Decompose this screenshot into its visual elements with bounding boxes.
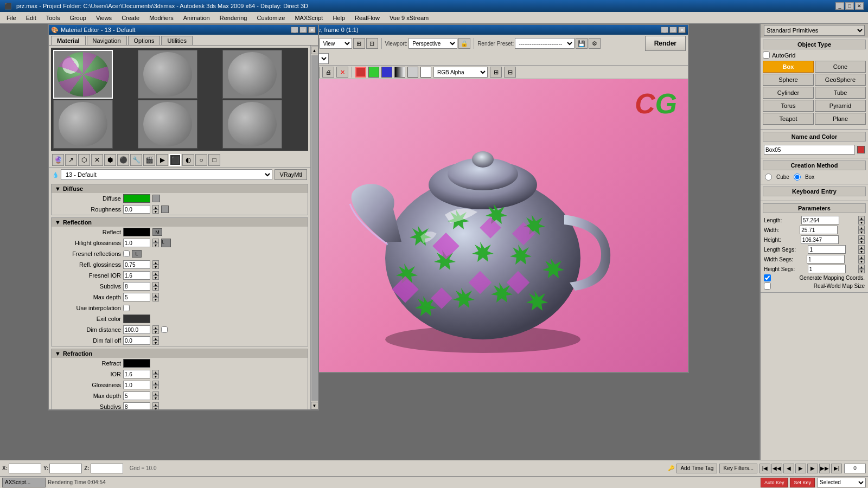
script-area[interactable]: AXScript... xyxy=(2,478,46,487)
area-to-render-select[interactable]: View xyxy=(320,38,352,49)
color-white[interactable] xyxy=(420,67,431,78)
mat-sphere-5[interactable] xyxy=(138,100,197,149)
width-input[interactable] xyxy=(800,226,838,234)
hilight-lock-btn[interactable]: L xyxy=(161,239,171,247)
height-segs-up[interactable]: ▲ xyxy=(858,265,865,269)
x-input[interactable] xyxy=(9,464,41,473)
menu-maxscript[interactable]: MAXScript xyxy=(290,14,327,22)
frame-input[interactable] xyxy=(844,464,866,473)
z-input[interactable] xyxy=(91,464,123,473)
mat-backlight-btn[interactable]: ◐ xyxy=(182,154,194,166)
reflect-map-btn[interactable]: M xyxy=(152,228,162,236)
hilight-up[interactable]: ▲ xyxy=(152,239,159,243)
preset-options-btn[interactable]: ⚙ xyxy=(589,38,601,49)
menu-help[interactable]: Help xyxy=(328,14,349,22)
vp-clear-btn[interactable]: ✕ xyxy=(336,67,348,78)
mat-type-btn[interactable]: VRayMtl xyxy=(275,169,307,180)
width-spinner[interactable]: ▲ ▼ xyxy=(858,226,865,234)
refr-up[interactable]: ▲ xyxy=(152,381,159,385)
vp-btn-blowup[interactable]: ⊞ xyxy=(353,38,365,49)
hilight-gloss-input[interactable] xyxy=(123,239,150,247)
mat-stdtools-btn[interactable]: 🔧 xyxy=(130,154,142,166)
obj-btn-teapot[interactable]: Teapot xyxy=(763,113,814,125)
mat-sphere-3[interactable] xyxy=(222,50,282,99)
y-input[interactable] xyxy=(49,464,82,473)
vp-split-btn[interactable]: ⊟ xyxy=(504,67,516,78)
height-segs-spinner[interactable]: ▲ ▼ xyxy=(858,265,865,273)
selected-dropdown[interactable]: Selected xyxy=(817,478,866,487)
menu-group[interactable]: Group xyxy=(65,14,91,22)
menu-vue[interactable]: Vue 9 xStream xyxy=(385,14,433,22)
vp-btn-region[interactable]: ⊡ xyxy=(366,38,378,49)
color-g[interactable] xyxy=(368,67,379,78)
anim-play-btn[interactable]: ▶ xyxy=(795,464,806,473)
ior-up[interactable]: ▲ xyxy=(152,370,159,374)
dim-dist-up[interactable]: ▲ xyxy=(152,325,159,330)
refr-down[interactable]: ▼ xyxy=(152,385,159,389)
vp-print-btn[interactable]: 🖨 xyxy=(322,67,334,78)
tab-options[interactable]: Options xyxy=(128,36,161,45)
radio-box[interactable] xyxy=(794,174,801,181)
autogrid-checkbox[interactable] xyxy=(763,52,770,59)
tab-utilities[interactable]: Utilities xyxy=(161,36,192,45)
fresnel-lock-btn[interactable]: L xyxy=(132,250,142,258)
diffuse-color-swatch[interactable] xyxy=(123,194,150,203)
diffuse-map-btn[interactable] xyxy=(152,195,160,202)
anim-next-btn[interactable]: ▶▶ xyxy=(819,464,830,473)
refl-down[interactable]: ▼ xyxy=(152,265,159,269)
height-spinner[interactable]: ▲ ▼ xyxy=(858,235,865,244)
menu-rendering[interactable]: Rendering xyxy=(215,14,252,22)
fresnel-checkbox[interactable] xyxy=(123,251,130,257)
ior-spinner[interactable]: ▲ ▼ xyxy=(152,370,159,378)
fresnel-ior-down[interactable]: ▼ xyxy=(152,275,159,280)
mat-name-select[interactable]: 13 - Default xyxy=(61,169,272,180)
viewport-controls[interactable]: _ □ ✕ xyxy=(661,27,686,33)
mat-sphere-btn[interactable]: ○ xyxy=(195,154,207,166)
refr-gloss-spinner[interactable]: ▲ ▼ xyxy=(152,381,159,389)
refl-gloss-spinner[interactable]: ▲ ▼ xyxy=(152,260,159,269)
preset-save-btn[interactable]: 💾 xyxy=(576,38,588,49)
obj-btn-plane[interactable]: Plane xyxy=(815,113,866,125)
max-depth-input[interactable] xyxy=(123,293,150,301)
refr-gloss-input[interactable] xyxy=(123,381,150,389)
mat-editor-controls[interactable]: _ □ ✕ xyxy=(291,27,316,33)
anim-start-btn[interactable]: |◀ xyxy=(760,464,770,473)
subdivs-input[interactable] xyxy=(123,282,150,291)
add-time-tag-btn[interactable]: Add Time Tag xyxy=(676,464,717,473)
mat-box-btn[interactable]: □ xyxy=(208,154,220,166)
vp-lock-btn[interactable]: 🔒 xyxy=(458,38,470,49)
obj-btn-sphere[interactable]: Sphere xyxy=(763,74,814,86)
gen-mapping-checkbox[interactable] xyxy=(764,274,771,281)
vp-toggle-btn[interactable]: ⊞ xyxy=(490,67,502,78)
anim-prev-btn[interactable]: ◀◀ xyxy=(771,464,782,473)
length-down[interactable]: ▼ xyxy=(858,220,865,224)
viewport-minimize[interactable]: _ xyxy=(661,27,668,33)
obj-btn-torus[interactable]: Torus xyxy=(763,100,814,112)
roughness-down[interactable]: ▼ xyxy=(152,209,159,214)
refr-depth-down[interactable]: ▼ xyxy=(152,396,159,400)
dim-falloff-input[interactable] xyxy=(123,336,150,345)
mat-editor-maximize[interactable]: □ xyxy=(299,27,307,33)
obj-btn-cylinder[interactable]: Cylinder xyxy=(763,87,814,99)
length-segs-up[interactable]: ▲ xyxy=(858,245,865,249)
subdivs-spinner[interactable]: ▲ ▼ xyxy=(152,282,159,291)
render-button[interactable]: Render xyxy=(645,36,686,51)
viewport-maximize[interactable]: □ xyxy=(669,27,677,33)
roughness-map-btn[interactable] xyxy=(161,206,169,213)
height-segs-down[interactable]: ▼ xyxy=(858,269,865,273)
length-segs-down[interactable]: ▼ xyxy=(858,249,865,254)
reflection-header[interactable]: ▼ Reflection xyxy=(52,218,308,227)
dim-falloff-up[interactable]: ▲ xyxy=(152,336,159,341)
hilight-down[interactable]: ▼ xyxy=(152,243,159,247)
mat-sphere-6[interactable] xyxy=(222,100,282,149)
menu-modifiers[interactable]: Modifiers xyxy=(145,14,178,22)
refr-subdivs-input[interactable] xyxy=(123,402,150,409)
color-mono[interactable] xyxy=(394,67,405,78)
set-key-btn[interactable]: Set Key xyxy=(790,478,815,487)
mat-scene-btn[interactable]: 🎬 xyxy=(143,154,155,166)
viewport-close[interactable]: ✕ xyxy=(678,27,686,33)
obj-btn-box[interactable]: Box xyxy=(763,61,814,73)
menu-animation[interactable]: Animation xyxy=(179,14,214,22)
length-spinner[interactable]: ▲ ▼ xyxy=(858,216,865,224)
refr-max-depth-spinner[interactable]: ▲ ▼ xyxy=(152,391,159,400)
